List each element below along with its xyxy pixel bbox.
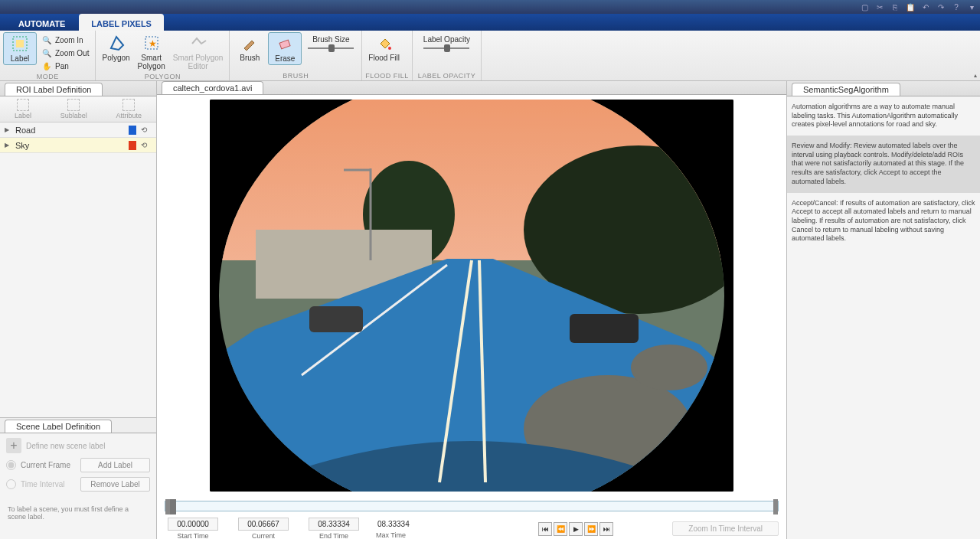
zoom-time-interval-button[interactable]: Zoom In Time Interval bbox=[672, 521, 779, 536]
opacity-label: Label Opacity bbox=[423, 35, 470, 44]
step-back-button[interactable]: ⏪ bbox=[554, 522, 567, 536]
svg-point-6 bbox=[388, 47, 391, 50]
flood-fill-button[interactable]: Flood Fill bbox=[365, 32, 403, 64]
group-mode: Label 🔍Zoom In 🔍Zoom Out ✋Pan MODE bbox=[0, 31, 96, 80]
attribute-icon bbox=[122, 99, 135, 111]
svg-rect-1 bbox=[16, 40, 24, 47]
time-interval-radio[interactable]: Time Interval bbox=[6, 479, 76, 489]
opacity-slider[interactable] bbox=[423, 45, 469, 51]
toolstrip: Label 🔍Zoom In 🔍Zoom Out ✋Pan MODE Polyg… bbox=[0, 31, 980, 81]
label-mode-button[interactable]: Label bbox=[3, 32, 37, 65]
roi-panel-tab: ROI Label Definition bbox=[0, 81, 156, 96]
svg-rect-21 bbox=[309, 306, 363, 332]
erase-button[interactable]: Erase bbox=[268, 32, 302, 65]
tab-automate[interactable]: AUTOMATE bbox=[6, 14, 77, 31]
zoom-out-icon: 🔍 bbox=[41, 47, 52, 58]
algorithm-description: Automation algorithms are a way to autom… bbox=[787, 96, 980, 136]
smart-polygon-editor-button[interactable]: Smart Polygon Editor bbox=[170, 32, 227, 72]
start-time-field[interactable]: 00.00000 bbox=[168, 518, 218, 531]
expand-icon[interactable]: ▶ bbox=[5, 142, 11, 149]
scene-panel-title[interactable]: Scene Label Definition bbox=[5, 420, 112, 433]
collapse-ribbon-icon[interactable]: ▴ bbox=[974, 72, 977, 79]
range-end-handle[interactable] bbox=[773, 499, 778, 514]
play-button[interactable]: ▶ bbox=[569, 522, 583, 536]
link-icon[interactable]: ⟲ bbox=[141, 126, 152, 135]
pan-icon: ✋ bbox=[41, 60, 52, 71]
window-titlebar: ▢ ✂ ⎘ 📋 ↶ ↷ ? ▾ bbox=[0, 0, 980, 14]
color-swatch-road bbox=[129, 126, 136, 135]
accept-instructions: Accept/Cancel: If results of automation … bbox=[787, 193, 980, 250]
polygon-button[interactable]: Polygon bbox=[99, 32, 132, 64]
sublabel-icon bbox=[67, 99, 80, 111]
label-row-road[interactable]: ▶ Road ⟲ bbox=[0, 122, 156, 138]
svg-text:★: ★ bbox=[149, 38, 157, 49]
define-scene-label-button[interactable]: + Define new scene label bbox=[0, 433, 156, 458]
canvas-area[interactable] bbox=[157, 95, 786, 496]
svg-point-17 bbox=[631, 345, 707, 390]
doc-icon[interactable]: ▢ bbox=[859, 2, 870, 12]
goto-start-button[interactable]: ⏮ bbox=[538, 522, 552, 536]
roi-panel-title[interactable]: ROI Label Definition bbox=[5, 83, 103, 96]
add-label-button[interactable]: Add Label bbox=[80, 458, 150, 472]
tab-label-pixels[interactable]: LABEL PIXELS bbox=[79, 14, 164, 31]
new-label-button[interactable]: Label bbox=[15, 99, 31, 119]
svg-rect-5 bbox=[279, 40, 290, 49]
video-frame[interactable] bbox=[210, 100, 733, 492]
brush-size-slider[interactable] bbox=[308, 45, 354, 51]
smart-polygon-button[interactable]: ★Smart Polygon bbox=[135, 32, 168, 72]
scene-panel-tab: Scene Label Definition bbox=[0, 418, 156, 433]
zoom-in-button[interactable]: 🔍Zoom In bbox=[38, 34, 92, 46]
svg-rect-22 bbox=[570, 314, 639, 343]
menu-icon[interactable]: ▾ bbox=[966, 2, 977, 12]
scene-note: To label a scene, you must first define … bbox=[0, 492, 156, 534]
flood-fill-icon bbox=[375, 34, 394, 52]
link-icon[interactable]: ⟲ bbox=[141, 141, 152, 150]
playhead[interactable] bbox=[170, 499, 176, 514]
copy-icon[interactable]: ⎘ bbox=[890, 2, 900, 12]
cut-icon[interactable]: ✂ bbox=[874, 2, 885, 12]
goto-end-button[interactable]: ⏭ bbox=[599, 522, 613, 536]
current-frame-radio[interactable]: Current Frame bbox=[6, 460, 76, 470]
label-icon bbox=[11, 34, 29, 53]
pan-button[interactable]: ✋Pan bbox=[38, 60, 92, 72]
current-time-field[interactable]: 00.06667 bbox=[238, 518, 289, 531]
group-label-mode: MODE bbox=[3, 72, 92, 81]
remove-label-button[interactable]: Remove Label bbox=[80, 477, 150, 492]
end-time-field[interactable]: 08.33334 bbox=[309, 518, 359, 531]
plus-icon: + bbox=[6, 438, 21, 453]
group-opacity: Label Opacity LABEL OPACITY bbox=[413, 31, 482, 80]
help-icon[interactable]: ? bbox=[951, 2, 962, 12]
left-panel: ROI Label Definition Label Sublabel Attr… bbox=[0, 81, 157, 539]
redo-icon[interactable]: ↷ bbox=[936, 2, 946, 12]
file-tab[interactable]: caltech_cordova1.avi bbox=[162, 81, 263, 94]
brush-button[interactable]: Brush bbox=[233, 32, 266, 64]
group-label-opacity: LABEL OPACITY bbox=[416, 71, 478, 80]
zoom-out-button[interactable]: 🔍Zoom Out bbox=[38, 47, 92, 59]
scene-panel: Scene Label Definition + Define new scen… bbox=[0, 417, 156, 539]
center-panel: caltech_cordova1.avi bbox=[157, 81, 787, 539]
label-row-sky[interactable]: ▶ Sky ⟲ bbox=[0, 138, 156, 153]
svg-marker-2 bbox=[111, 37, 123, 50]
smart-polygon-icon: ★ bbox=[142, 34, 161, 52]
new-sublabel-button[interactable]: Sublabel bbox=[60, 99, 87, 119]
algorithm-title[interactable]: SemanticSegAlgorithm bbox=[792, 83, 900, 96]
labeled-image bbox=[210, 100, 733, 492]
group-label-polygon: POLYGON bbox=[99, 72, 226, 81]
polygon-icon bbox=[107, 34, 126, 52]
file-tab-bar: caltech_cordova1.avi bbox=[157, 81, 786, 95]
max-time-value: 08.33334 bbox=[376, 518, 411, 530]
timeline-scrubber[interactable] bbox=[165, 501, 779, 511]
playback-controls: ⏮ ⏪ ▶ ⏩ ⏭ bbox=[538, 522, 613, 536]
step-forward-button[interactable]: ⏩ bbox=[584, 522, 598, 536]
roi-header: Label Sublabel Attribute bbox=[0, 96, 156, 122]
right-panel: SemanticSegAlgorithm Automation algorith… bbox=[787, 81, 980, 539]
new-attribute-button[interactable]: Attribute bbox=[116, 99, 142, 119]
erase-icon bbox=[276, 34, 294, 53]
group-flood: Flood Fill FLOOD FILL bbox=[362, 31, 413, 80]
expand-icon[interactable]: ▶ bbox=[5, 126, 11, 133]
paste-icon[interactable]: 📋 bbox=[905, 2, 916, 12]
group-brush: Brush Erase Brush Size BRUSH bbox=[230, 31, 362, 80]
undo-icon[interactable]: ↶ bbox=[920, 2, 931, 12]
ribbon-tabs: AUTOMATE LABEL PIXELS bbox=[0, 14, 980, 31]
group-label-brush: BRUSH bbox=[233, 71, 358, 80]
